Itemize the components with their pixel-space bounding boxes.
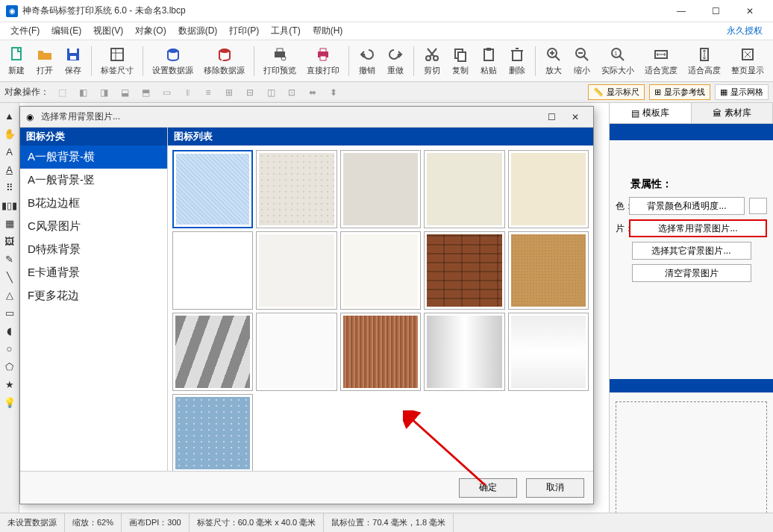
menu-item[interactable]: 工具(T) bbox=[265, 23, 306, 39]
toolbar-db-set[interactable]: 设置数据源 bbox=[148, 44, 198, 78]
scatter-tool-icon[interactable]: ⠿ bbox=[3, 181, 16, 194]
category-item[interactable]: C风景图片 bbox=[20, 215, 167, 238]
toolbar-zoom-in[interactable]: 放大 bbox=[540, 44, 567, 78]
thumbnail-item[interactable] bbox=[424, 313, 504, 391]
thumbnail-item[interactable] bbox=[424, 150, 504, 228]
thumbnail-item[interactable] bbox=[340, 150, 421, 228]
op-icon[interactable]: ≡ bbox=[201, 86, 215, 99]
toggle-ruler-icon[interactable]: 📏显示标尺 bbox=[588, 84, 645, 100]
menu-item[interactable]: 打印(P) bbox=[223, 23, 265, 39]
minimize-button[interactable]: ― bbox=[664, 0, 698, 22]
toolbar-fit-height[interactable]: 适合高度 bbox=[683, 44, 725, 78]
property-button[interactable]: 清空背景图片 bbox=[632, 264, 751, 282]
menu-item[interactable]: 文件(F) bbox=[4, 23, 46, 39]
bulb-tool-icon[interactable]: 💡 bbox=[3, 395, 16, 409]
star-tool-icon[interactable]: ★ bbox=[3, 378, 16, 391]
underline-tool-icon[interactable]: A bbox=[3, 163, 16, 176]
toolbar-folder-open[interactable]: 打开 bbox=[31, 44, 58, 78]
op-icon[interactable]: ▭ bbox=[160, 86, 173, 99]
op-icon[interactable]: ⊡ bbox=[285, 86, 298, 99]
hand-tool-icon[interactable]: ✋ bbox=[3, 127, 16, 140]
op-icon[interactable]: ⬍ bbox=[327, 86, 340, 99]
toolbar-redo[interactable]: 重做 bbox=[382, 44, 409, 78]
category-item[interactable]: A一般背景-竖 bbox=[20, 169, 167, 192]
toggle-grid-icon[interactable]: ▦显示网格 bbox=[715, 84, 769, 100]
barcode-tool-icon[interactable]: ▮▯▮ bbox=[3, 198, 16, 212]
toolbar-delete[interactable]: 删除 bbox=[504, 44, 531, 78]
op-icon[interactable]: ⬓ bbox=[118, 86, 131, 99]
polygon-tool-icon[interactable]: ⬠ bbox=[3, 360, 16, 373]
close-button[interactable]: ✕ bbox=[733, 0, 767, 22]
thumbnail-item[interactable] bbox=[508, 231, 589, 310]
qr-tool-icon[interactable]: ▦ bbox=[3, 216, 16, 230]
op-icon[interactable]: ◧ bbox=[76, 86, 90, 99]
op-icon[interactable]: ◨ bbox=[97, 86, 110, 99]
dialog-close-button[interactable]: ✕ bbox=[563, 108, 587, 126]
property-button[interactable]: 选择其它背景图片... bbox=[632, 242, 751, 260]
category-item[interactable]: E卡通背景 bbox=[20, 261, 167, 284]
toolbar-db-remove[interactable]: 移除数据源 bbox=[199, 44, 249, 78]
toolbar-zoom-actual[interactable]: 1实际大小 bbox=[597, 44, 639, 78]
toolbar-paste[interactable]: 粘贴 bbox=[475, 44, 502, 78]
round-rect-tool-icon[interactable]: ◖ bbox=[3, 324, 16, 337]
toolbar-zoom-out[interactable]: 缩小 bbox=[569, 44, 595, 78]
dialog-maximize-button[interactable]: ☐ bbox=[539, 108, 563, 126]
rect-tool-icon[interactable]: ▭ bbox=[3, 306, 16, 319]
thumbnail-item[interactable] bbox=[508, 313, 589, 391]
thumbnail-item[interactable] bbox=[340, 313, 421, 391]
thumbnail-item[interactable] bbox=[256, 313, 337, 391]
maximize-button[interactable]: ☐ bbox=[698, 0, 733, 22]
toolbar-file-new[interactable]: 新建 bbox=[3, 44, 30, 78]
thumbnail-item[interactable] bbox=[256, 231, 337, 310]
menu-item[interactable]: 数据源(D) bbox=[172, 23, 224, 39]
menu-item[interactable]: 编辑(E) bbox=[46, 23, 87, 39]
toolbar-print[interactable]: 直接打印 bbox=[302, 44, 344, 78]
op-icon[interactable]: ◫ bbox=[264, 86, 278, 99]
tab-template-icon[interactable]: ▤模板库 bbox=[610, 103, 692, 123]
op-icon[interactable]: ⬚ bbox=[55, 86, 69, 99]
tab-assets-icon[interactable]: 🏛素材库 bbox=[692, 103, 774, 123]
image-tool-icon[interactable]: 🖼 bbox=[3, 234, 16, 248]
thumbnail-item[interactable] bbox=[508, 150, 589, 228]
toolbar-resize[interactable]: 标签尺寸 bbox=[96, 44, 138, 78]
category-item[interactable]: F更多花边 bbox=[20, 284, 167, 307]
color-swatch[interactable] bbox=[749, 198, 767, 214]
op-icon[interactable]: ⫴ bbox=[181, 86, 194, 99]
ok-button[interactable]: 确定 bbox=[459, 478, 517, 498]
category-item[interactable]: A一般背景-横 bbox=[20, 145, 167, 169]
menu-item[interactable]: 视图(V) bbox=[87, 23, 129, 39]
toolbar-print-preview[interactable]: 打印预览 bbox=[259, 44, 301, 78]
op-icon[interactable]: ⬒ bbox=[139, 86, 152, 99]
text-tool-icon[interactable]: A bbox=[3, 145, 16, 158]
toolbar-copy[interactable]: 复制 bbox=[447, 44, 474, 78]
ellipse-tool-icon[interactable]: ○ bbox=[3, 342, 16, 355]
toggle-guides-icon[interactable]: ⊞显示参考线 bbox=[649, 84, 710, 100]
toolbar-cut[interactable]: 剪切 bbox=[419, 44, 445, 78]
category-item[interactable]: B花边边框 bbox=[20, 192, 167, 215]
menu-item[interactable]: 帮助(H) bbox=[307, 23, 349, 39]
cancel-button[interactable]: 取消 bbox=[526, 478, 584, 498]
category-item[interactable]: D特殊背景 bbox=[20, 238, 167, 261]
toolbar-undo[interactable]: 撤销 bbox=[354, 44, 381, 78]
menu-item[interactable]: 对象(O) bbox=[129, 23, 172, 39]
thumbnail-item[interactable] bbox=[172, 150, 253, 228]
property-button[interactable]: 选择常用背景图片... bbox=[629, 219, 767, 237]
op-icon[interactable]: ⬌ bbox=[306, 86, 319, 99]
draw-tool-icon[interactable]: ✎ bbox=[3, 252, 16, 266]
thumbnail-item[interactable] bbox=[172, 231, 253, 310]
pointer-tool-icon[interactable]: ▲ bbox=[3, 109, 16, 122]
toolbar-fit-page[interactable]: 整页显示 bbox=[727, 44, 769, 78]
thumbnail-item[interactable] bbox=[172, 313, 253, 391]
property-button[interactable]: 背景颜色和透明度... bbox=[629, 197, 745, 215]
thumbnail-item[interactable] bbox=[340, 231, 421, 310]
thumbnail-item[interactable] bbox=[256, 150, 337, 228]
thumbnail-item[interactable] bbox=[424, 231, 504, 310]
toolbar-fit-width[interactable]: 适合宽度 bbox=[640, 44, 682, 78]
license-label[interactable]: 永久授权 bbox=[721, 23, 769, 39]
op-icon[interactable]: ⊞ bbox=[222, 86, 236, 99]
toolbar-save[interactable]: 保存 bbox=[60, 44, 87, 78]
line-tool-icon[interactable]: ╲ bbox=[3, 270, 16, 284]
triangle-tool-icon[interactable]: △ bbox=[3, 288, 16, 301]
thumbnail-item[interactable] bbox=[172, 394, 253, 471]
op-icon[interactable]: ⊟ bbox=[243, 86, 257, 99]
